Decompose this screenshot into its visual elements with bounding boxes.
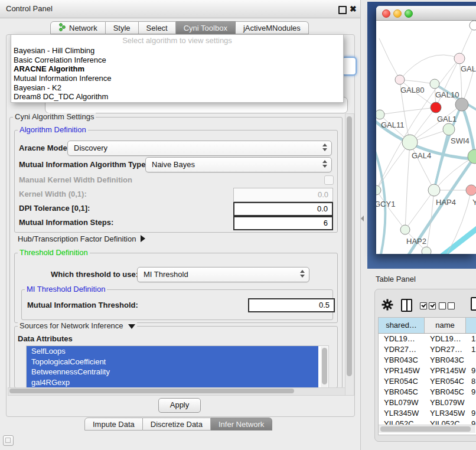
- minimized-panel-icon[interactable]: [3, 435, 14, 446]
- node-hap2[interactable]: [400, 225, 410, 234]
- spinner-arrows-icon: [300, 270, 305, 278]
- node-gal[interactable]: [454, 53, 465, 64]
- sources-group-title[interactable]: Sources for Network Inference: [18, 322, 137, 330]
- node-unlabeled[interactable]: [470, 21, 476, 30]
- table-row[interactable]: YER054CYER054C8.: [379, 376, 476, 387]
- network-view-window: GALGAL80GAL10GAL1GAL11SWI4GAL4GCY1HAP4YH…: [376, 6, 476, 254]
- column-header-a[interactable]: A: [466, 318, 476, 333]
- dpi-tolerance-field[interactable]: 0.0: [233, 202, 333, 216]
- network-icon: [58, 23, 66, 33]
- attribute-item-selfloops[interactable]: SelfLoops: [27, 346, 318, 357]
- node-y[interactable]: [466, 185, 476, 195]
- node-unlabeled[interactable]: [422, 247, 431, 254]
- expander-expanded-icon: [128, 324, 135, 329]
- tab-jactivemnodules[interactable]: jActiveMNodules: [236, 21, 309, 34]
- attribute-item-topologicalcoefficient[interactable]: TopologicalCoefficient: [27, 357, 318, 367]
- column-header-name[interactable]: name: [425, 318, 466, 333]
- table-cell: YLR345W: [379, 408, 425, 419]
- algorithm-dropdown-hint: Select algorithm to view settings: [11, 35, 343, 46]
- tab-style[interactable]: Style: [106, 21, 139, 34]
- mi-threshold-label: Mutual Information Threshold:: [27, 301, 138, 309]
- tab-network-label: Network: [69, 24, 97, 32]
- mi-threshold-field[interactable]: 0.5: [248, 298, 335, 312]
- table-cell: YER054C: [379, 376, 425, 387]
- node-label-gcy1: GCY1: [376, 200, 395, 208]
- table-row[interactable]: YBR045CYBR045C9.: [379, 387, 476, 397]
- settings-horizontal-scrollbar[interactable]: [8, 387, 345, 396]
- table-row[interactable]: YBL079WYBL079W: [379, 397, 476, 408]
- hub-tf-section-header[interactable]: Hub/Transcription Factor Definition: [18, 234, 145, 243]
- columns-icon[interactable]: [401, 299, 412, 312]
- node-hap4[interactable]: [428, 184, 440, 196]
- cyni-settings-group-title: Cyni Algorithm Settings: [13, 113, 96, 121]
- table-row[interactable]: YDL19…YDL19…13: [379, 334, 476, 344]
- attribute-item-gal4rgexp[interactable]: gal4RGexp: [27, 377, 318, 388]
- control-panel-title: Control Panel: [6, 0, 53, 18]
- manual-kernel-label: Manual Kernel Width Definition: [19, 175, 132, 184]
- tab-impute-data[interactable]: Impute Data: [84, 418, 143, 431]
- attribute-item-betweennesscentrality[interactable]: BetweennessCentrality: [27, 367, 318, 377]
- node-gray[interactable]: [455, 98, 468, 111]
- tab-select[interactable]: Select: [139, 21, 176, 34]
- float-window-icon[interactable]: [338, 6, 347, 14]
- algorithm-item-aracne-algorithm[interactable]: ARACNE Algorithm: [11, 64, 343, 74]
- aracne-mode-label: Aracne Mode:: [19, 144, 70, 152]
- mi-algorithm-type-combo[interactable]: Naive Bayes: [145, 157, 332, 172]
- algorithm-item-bayesian-hill-climbing[interactable]: Bayesian - Hill Climbing: [11, 46, 343, 56]
- spinner-arrows-icon: [322, 144, 327, 151]
- apply-button[interactable]: Apply: [158, 398, 201, 413]
- mi-algorithm-type-label: Mutual Information Algorithm Type:: [19, 160, 148, 169]
- table-row[interactable]: YPR145WYPR145W9.: [379, 366, 476, 376]
- control-panel-titlebar: Control Panel ✖: [0, 0, 360, 18]
- table-horizontal-scrollbar[interactable]: [379, 425, 475, 433]
- column-header-shared-[interactable]: shared…: [379, 318, 425, 333]
- tab-discretize-data-label: Discretize Data: [151, 420, 203, 429]
- algorithm-item-basic-correlation-inference[interactable]: Basic Correlation Inference: [11, 56, 343, 65]
- algorithm-item-bayesian-k2[interactable]: Bayesian - K2: [11, 83, 343, 93]
- table-cell: 13: [466, 334, 476, 344]
- gear-icon[interactable]: [381, 298, 394, 314]
- manual-kernel-checkbox[interactable]: [324, 175, 334, 185]
- close-icon[interactable]: ✖: [350, 3, 357, 15]
- top-tab-bar: NetworkStyleSelectCyni ToolboxjActiveMNo…: [50, 21, 309, 34]
- tab-infer-network[interactable]: Infer Network: [211, 418, 272, 431]
- tab-impute-data-label: Impute Data: [93, 420, 135, 429]
- deselect-all-icon[interactable]: [448, 302, 455, 309]
- table-cell: YBR045C: [425, 387, 466, 397]
- node-table: shared…nameA YDL19…YDL19…13YDR27…YDR27…1…: [378, 317, 476, 435]
- select-all-icon[interactable]: [420, 302, 427, 309]
- aracne-mode-combo[interactable]: Discovery: [67, 141, 332, 156]
- table-row[interactable]: YBR043CYBR043C: [379, 355, 476, 366]
- select-all-icon[interactable]: [429, 302, 436, 309]
- node-selected-red[interactable]: [431, 102, 441, 113]
- node-label-swi4: SWI4: [451, 136, 470, 145]
- table-row[interactable]: YLR345WYLR345W9.: [379, 408, 476, 419]
- which-threshold-combo[interactable]: MI Threshold: [137, 267, 309, 282]
- kernel-width-label: Kernel Width (0,1):: [19, 190, 87, 198]
- algorithm-item-mutual-information-inference[interactable]: Mutual Information Inference: [11, 74, 343, 83]
- mac-zoom-icon[interactable]: [405, 9, 413, 18]
- hub-tf-section-label: Hub/Transcription Factor Definition: [18, 234, 136, 243]
- tab-discretize-data[interactable]: Discretize Data: [143, 418, 211, 431]
- deselect-all-icon[interactable]: [439, 302, 446, 309]
- node-gal80[interactable]: [395, 75, 405, 84]
- mac-minimize-icon[interactable]: [393, 9, 402, 18]
- network-canvas[interactable]: GALGAL80GAL10GAL1GAL11SWI4GAL4GCY1HAP4YH…: [376, 21, 476, 254]
- node-gal1[interactable]: [443, 123, 455, 135]
- algorithm-item-dream8-dc-tdc-algorithm[interactable]: Dream8 DC_TDC Algorithm: [11, 92, 343, 102]
- node-gal11[interactable]: [376, 110, 384, 119]
- node-gal4[interactable]: [402, 135, 418, 150]
- node-gcy1[interactable]: [376, 185, 381, 195]
- table-row[interactable]: YDR27…YDR27…12: [379, 344, 476, 355]
- list-vertical-scrollbar[interactable]: [321, 347, 328, 387]
- tab-cyni-toolbox[interactable]: Cyni Toolbox: [176, 21, 236, 34]
- node-swi4[interactable]: [468, 149, 476, 164]
- kernel-width-field[interactable]: 0.0: [233, 188, 333, 202]
- mac-close-icon[interactable]: [382, 9, 390, 18]
- panel-collapse-arrow-icon[interactable]: [361, 216, 364, 221]
- tab-network[interactable]: Network: [50, 21, 106, 34]
- node-gal10[interactable]: [430, 79, 439, 89]
- mi-steps-field[interactable]: 6: [233, 216, 333, 230]
- settings-vertical-scrollbar[interactable]: [345, 113, 354, 396]
- export-table-icon[interactable]: [471, 297, 476, 311]
